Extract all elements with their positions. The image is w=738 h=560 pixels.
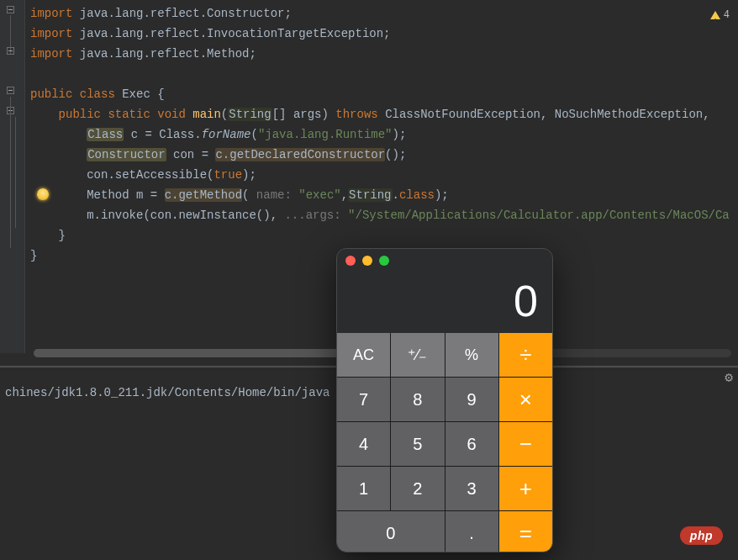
window-titlebar[interactable] (337, 249, 552, 272)
divide-button: ÷ (499, 333, 552, 377)
sign-button[interactable]: ⁺⁄₋ (391, 333, 444, 377)
code-line[interactable] (30, 64, 738, 84)
fold-toggle-icon[interactable] (7, 87, 14, 94)
subtract-button: − (499, 422, 552, 466)
digit-9-button[interactable]: 9 (445, 378, 498, 421)
digit-4-button[interactable]: 4 (337, 422, 390, 466)
code-line[interactable]: import java.lang.reflect.Constructor; (30, 3, 738, 24)
editor-gutter[interactable] (0, 0, 25, 353)
digit-2-button[interactable]: 2 (391, 467, 444, 510)
calculator-keypad: AC ⁺⁄₋ % ÷ 7 8 9 × 4 5 6 − 1 2 3 + 0 . = (337, 333, 552, 552)
watermark-badge: php (680, 526, 723, 545)
digit-1-button[interactable]: 1 (337, 467, 390, 510)
add-button: + (499, 467, 552, 510)
warning-count: 4 (724, 5, 730, 25)
digit-5-button[interactable]: 5 (391, 422, 444, 466)
digit-8-button[interactable]: 8 (391, 378, 444, 421)
fold-toggle-icon[interactable] (7, 6, 14, 13)
window-minimize-icon[interactable] (362, 256, 372, 266)
decimal-button[interactable]: . (445, 511, 498, 552)
ac-button[interactable]: AC (337, 333, 390, 377)
warning-icon (710, 11, 720, 19)
code-line[interactable]: Class c = Class.forName("java.lang.Runti… (30, 124, 738, 145)
code-line[interactable]: public static void main(String[] args) t… (30, 104, 738, 124)
calculator-display: 0 (337, 272, 552, 333)
code-line[interactable]: import java.lang.reflect.Method; (30, 44, 738, 64)
gear-icon[interactable]: ⚙ (725, 369, 733, 386)
code-line[interactable]: con.setAccessible(true); (30, 165, 738, 185)
code-line[interactable]: m.invoke(con.newInstance(), ...args: "/S… (30, 205, 738, 225)
digit-3-button[interactable]: 3 (445, 467, 498, 510)
code-line[interactable]: import java.lang.reflect.InvocationTarge… (30, 24, 738, 44)
fold-guide (10, 97, 11, 248)
window-maximize-icon[interactable] (379, 256, 389, 266)
digit-7-button[interactable]: 7 (337, 378, 390, 421)
digit-6-button[interactable]: 6 (445, 422, 498, 466)
calculator-window[interactable]: 0 AC ⁺⁄₋ % ÷ 7 8 9 × 4 5 6 − 1 2 3 + 0 .… (336, 248, 553, 552)
inspection-indicator[interactable]: 4 (710, 5, 730, 25)
fold-guide (15, 117, 16, 228)
code-line[interactable]: public class Exec { (30, 84, 738, 104)
code-line[interactable]: Method m = c.getMethod( name: "exec",Str… (30, 185, 738, 205)
equals-button: = (499, 511, 552, 552)
fold-toggle-icon[interactable] (7, 47, 14, 55)
multiply-button: × (499, 378, 552, 421)
percent-button[interactable]: % (445, 333, 498, 377)
ide-window: 4 import java.lang.reflect.Constructor; … (0, 0, 738, 560)
window-close-icon[interactable] (345, 256, 356, 266)
code-line[interactable]: Constructor con = c.getDeclaredConstruct… (30, 145, 738, 165)
code-line[interactable]: } (30, 225, 738, 246)
digit-0-button[interactable]: 0 (337, 511, 445, 552)
